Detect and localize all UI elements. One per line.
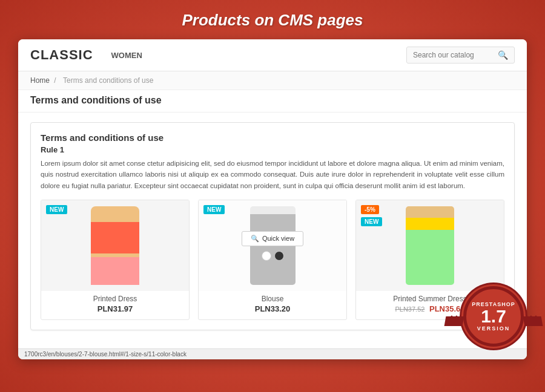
page-title-bar: Products on CMS pages (0, 0, 545, 39)
breadcrumb-current: Terms and conditions of use (63, 76, 153, 85)
browser-window: CLASSIC WOMEN 🔍 Home / Terms and conditi… (18, 39, 527, 359)
product-card-2[interactable]: NEW 🔍 Quick view (198, 200, 347, 320)
old-price-3: PLN37.52 (395, 305, 424, 313)
nav-item-women[interactable]: WOMEN (111, 51, 142, 60)
search-input[interactable] (413, 51, 498, 59)
site-header: CLASSIC WOMEN 🔍 (18, 39, 527, 71)
page-title: Products on CMS pages (0, 11, 545, 30)
page-heading: Terms and conditions of use (18, 90, 527, 113)
breadcrumb: Home / Terms and conditions of use (18, 71, 527, 90)
search-icon: 🔍 (498, 50, 508, 60)
cms-card: Terms and conditions of use Rule 1 Lorem… (30, 122, 515, 330)
swatch-white[interactable] (262, 251, 271, 261)
cms-title: Terms and conditions of use (41, 132, 504, 143)
ribbon-right (523, 316, 543, 326)
badge-circle: PRESTASHOP 1.7 VERSION (463, 286, 524, 347)
search-box[interactable]: 🔍 (406, 47, 515, 64)
ribbon-left (444, 316, 464, 326)
product-figure-1 (91, 206, 139, 285)
product-name-1: Printed Dress (41, 291, 189, 304)
status-bar: 1700rc3/en/blouses/2-7-blouse.html#/1-si… (18, 348, 527, 359)
products-row: NEW Printed Dress PLN31.97 NEW 🔍 (41, 200, 504, 320)
color-swatches (262, 251, 284, 261)
product-image-1: NEW (41, 200, 189, 291)
cms-rule: Rule 1 (41, 145, 504, 154)
product-figure-3 (406, 206, 454, 285)
product-badge-1: NEW (46, 205, 67, 214)
product-badge-discount-3: -5% (361, 205, 379, 214)
swatch-black[interactable] (274, 251, 284, 261)
product-price-2: PLN33.20 (199, 304, 346, 313)
prestashop-badge: ✕✕ ✕✕ PRESTASHOP 1.7 VERSION (454, 277, 533, 356)
breadcrumb-separator: / (54, 76, 56, 85)
product-badge-2: NEW (203, 205, 225, 214)
quick-view-button[interactable]: 🔍 Quick view (242, 231, 303, 246)
product-price-1: PLN31.97 (41, 304, 189, 313)
product-name-2: Blouse (199, 291, 346, 304)
product-badge-new-3: NEW (361, 217, 382, 226)
site-logo: CLASSIC (30, 47, 93, 63)
breadcrumb-home[interactable]: Home (30, 76, 50, 85)
quick-view-label: Quick view (262, 235, 294, 242)
site-nav: WOMEN (111, 51, 406, 60)
badge-version: 1.7 (481, 307, 506, 325)
status-url: 1700rc3/en/blouses/2-7-blouse.html#/1-si… (24, 351, 187, 358)
badge-label: VERSION (477, 325, 510, 332)
search-icon-small: 🔍 (251, 235, 259, 243)
product-image-2: NEW 🔍 Quick view (199, 200, 346, 291)
cms-body: Lorem ipsum dolor sit amet conse ctetur … (41, 158, 504, 191)
product-card-1[interactable]: NEW Printed Dress PLN31.97 (41, 200, 190, 320)
